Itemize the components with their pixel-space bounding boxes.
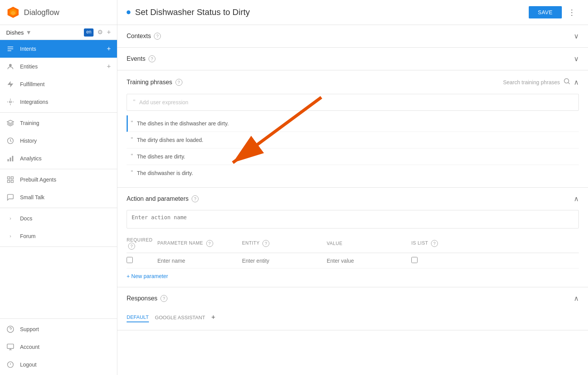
phrase-row-3[interactable]: " The dishwasher is dirty. xyxy=(127,165,579,181)
responses-header[interactable]: Responses ? ∧ xyxy=(117,287,588,310)
col-value: VALUE xyxy=(327,234,411,253)
events-chevron-icon: ∨ xyxy=(574,55,579,63)
fulfillment-icon xyxy=(6,80,15,88)
contexts-title-text: Contexts xyxy=(127,33,151,40)
responses-title: Responses ? xyxy=(127,295,167,302)
top-bar: Set Dishwasher Status to Dirty SAVE ⋮ xyxy=(117,0,588,25)
sidebar-item-fulfillment[interactable]: Fulfillment xyxy=(0,75,117,93)
logo-bar: Dialogflow xyxy=(0,0,117,25)
responses-help-icon[interactable]: ? xyxy=(160,295,167,302)
action-params-help-icon[interactable]: ? xyxy=(192,195,199,202)
value-input[interactable] xyxy=(327,258,411,264)
sidebar-item-intents[interactable]: Intents + xyxy=(0,40,117,58)
phrase-row-0[interactable]: " The dishes in the dishwasher are dirty… xyxy=(127,115,579,132)
smalltalk-label: Small Talk xyxy=(20,194,45,200)
analytics-label: Analytics xyxy=(20,155,42,162)
contexts-help-icon[interactable]: ? xyxy=(154,33,161,40)
smalltalk-icon xyxy=(6,193,15,202)
quote-icon: " xyxy=(133,99,135,106)
add-intent-icon[interactable]: + xyxy=(107,45,111,53)
entity-help-icon[interactable]: ? xyxy=(262,240,269,247)
logout-icon xyxy=(6,360,15,369)
phrase-row-1[interactable]: " The dirty dishes are loaded. xyxy=(127,132,579,148)
action-name-input[interactable] xyxy=(127,210,579,228)
col-param-name: PARAMETER NAME ? xyxy=(157,234,242,253)
sidebar-item-logout[interactable]: Logout xyxy=(0,356,117,373)
quote-icon-2: " xyxy=(131,153,133,160)
entities-icon xyxy=(6,62,15,71)
responses-tabs: DEFAULT GOOGLE ASSISTANT + xyxy=(127,310,579,322)
history-icon xyxy=(6,137,15,145)
search-icon[interactable] xyxy=(563,77,571,87)
tab-default[interactable]: DEFAULT xyxy=(127,313,149,322)
svg-rect-19 xyxy=(7,344,14,349)
sidebar-item-training[interactable]: Training xyxy=(0,114,117,132)
entity-input[interactable] xyxy=(242,258,327,264)
events-title: Events ? xyxy=(127,55,155,62)
training-phrases-help-icon[interactable]: ? xyxy=(175,79,182,86)
sidebar-item-support[interactable]: Support xyxy=(0,320,117,338)
islist-help-icon[interactable]: ? xyxy=(431,240,438,247)
contexts-header[interactable]: Contexts ? ∨ xyxy=(117,25,588,47)
logo-icon xyxy=(6,5,20,19)
sidebar-item-account[interactable]: Account xyxy=(0,338,117,356)
required-checkbox[interactable] xyxy=(127,257,133,263)
sidebar-item-analytics[interactable]: Analytics xyxy=(0,150,117,167)
events-header[interactable]: Events ? ∨ xyxy=(117,48,588,70)
phrase-row-2[interactable]: " The dishes are dirty. xyxy=(127,148,579,165)
analytics-icon xyxy=(6,154,15,163)
agent-dropdown-icon[interactable]: ▾ xyxy=(27,28,30,37)
col-islist: IS LIST ? xyxy=(411,234,579,253)
col-required: REQUIRED ? xyxy=(127,234,157,253)
logo-text: Dialogflow xyxy=(24,8,59,17)
nav-divider-3 xyxy=(0,208,117,208)
add-entity-icon[interactable]: + xyxy=(107,63,111,71)
sidebar-item-smalltalk[interactable]: Small Talk xyxy=(0,188,117,206)
content-area: Contexts ? ∨ Events ? ∨ Training phrases xyxy=(117,25,588,375)
table-row xyxy=(127,253,579,268)
main-content: Set Dishwasher Status to Dirty SAVE ⋮ Co… xyxy=(117,0,588,375)
sidebar-item-docs[interactable]: › Docs xyxy=(0,210,117,227)
phrase-text-3: The dishwasher is dirty. xyxy=(137,170,193,176)
svg-marker-7 xyxy=(8,81,13,88)
more-options-button[interactable]: ⋮ xyxy=(565,6,579,18)
events-help-icon[interactable]: ? xyxy=(149,55,155,62)
params-table: REQUIRED ? PARAMETER NAME ? ENTITY ? xyxy=(127,234,579,268)
sidebar-item-history[interactable]: History xyxy=(0,132,117,150)
param-name-help-icon[interactable]: ? xyxy=(206,240,213,247)
action-params-header[interactable]: Action and parameters ? ∧ xyxy=(117,188,588,210)
intent-title: Set Dishwasher Status to Dirty xyxy=(135,7,529,17)
responses-section: Responses ? ∧ DEFAULT GOOGLE ASSISTANT + xyxy=(117,287,588,330)
training-phrases-title: Training phrases ? xyxy=(127,79,182,86)
new-param-button[interactable]: + New parameter xyxy=(127,273,168,279)
sidebar-item-prebuilt[interactable]: Prebuilt Agents xyxy=(0,171,117,188)
add-tab-icon[interactable]: + xyxy=(211,313,215,322)
integrations-icon xyxy=(6,98,15,106)
settings-icon[interactable]: ⚙ xyxy=(97,28,103,37)
sidebar-item-forum[interactable]: › Forum xyxy=(0,227,117,245)
svg-rect-11 xyxy=(10,158,11,162)
account-icon xyxy=(6,343,15,351)
svg-point-8 xyxy=(10,101,12,103)
nav-divider-4 xyxy=(0,247,117,247)
param-name-input[interactable] xyxy=(157,258,242,264)
svg-rect-4 xyxy=(8,48,13,49)
sidebar-item-integrations[interactable]: Integrations xyxy=(0,93,117,111)
save-button[interactable]: SAVE xyxy=(529,6,562,18)
lang-badge[interactable]: en xyxy=(84,28,94,37)
islist-checkbox[interactable] xyxy=(411,257,418,263)
sidebar-item-entities[interactable]: Entities + xyxy=(0,58,117,75)
support-icon xyxy=(6,325,15,333)
add-agent-icon[interactable]: + xyxy=(107,28,111,37)
required-help-icon[interactable]: ? xyxy=(128,243,135,250)
quote-icon-1: " xyxy=(131,137,133,143)
nav-divider-2 xyxy=(0,169,117,169)
tab-google-assistant[interactable]: GOOGLE ASSISTANT xyxy=(155,313,205,322)
add-expression-row[interactable]: " Add user expression xyxy=(127,94,579,111)
action-params-title-text: Action and parameters xyxy=(127,195,189,202)
sidebar: Dialogflow Dishes ▾ en ⚙ + Intents + Ent… xyxy=(0,0,117,375)
phrase-text-0: The dishes in the dishwasher are dirty. xyxy=(137,120,229,127)
svg-rect-16 xyxy=(11,180,13,183)
training-label: Training xyxy=(20,120,39,126)
account-label: Account xyxy=(20,344,40,350)
